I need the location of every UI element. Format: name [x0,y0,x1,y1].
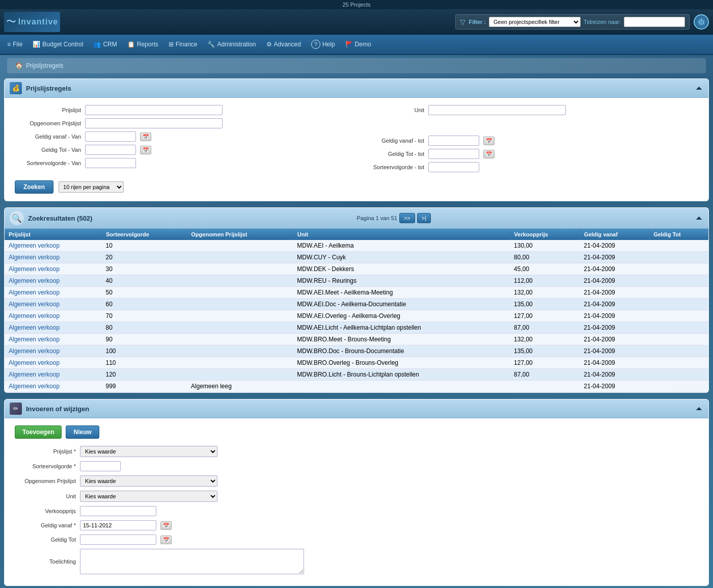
table-cell [187,334,293,345]
edit-sorteervolgorde-input[interactable] [80,461,121,471]
filter-select[interactable]: Geen projectspecifiek filter [489,17,581,27]
tidreizen-input[interactable] [624,17,685,27]
prijslijst-link[interactable]: Algemeen verkoop [9,242,60,249]
nav-item-demo[interactable]: 🚩 Demo [340,35,376,54]
geldig-tot-tot-label: Geldig Tot - tot [358,151,424,157]
edit-unit-label: Unit [15,493,76,499]
opgenomen-prijslijst-input[interactable] [85,118,223,128]
prijslijst-link[interactable]: Algemeen verkoop [9,348,60,355]
table-cell [649,252,708,263]
edit-verkoopprijs-label: Verkoopprijs [15,508,76,514]
prijslijst-link[interactable]: Algemeen verkoop [9,383,60,390]
prijslijst-link[interactable]: Algemeen verkoop [5,322,101,334]
edit-geldig-vanaf-input[interactable] [80,520,156,530]
geldig-tot-van-calendar-btn[interactable]: 📅 [140,146,151,154]
edit-opgenomen-prijslijst-select[interactable]: Kies waarde [80,475,217,487]
table-cell: MDW.BRO.Licht - Brouns-Lichtplan opstell… [293,369,510,381]
prijslijst-link[interactable]: Algemeen verkoop [9,289,60,296]
col-header-opgenomen-prijslijst: Opgenomen Prijslijst [187,229,293,240]
prijslijst-link[interactable]: Algemeen verkoop [9,359,60,366]
geldig-vanaf-tot-input[interactable] [428,136,479,146]
nav-item-crm[interactable]: 👥 CRM [88,35,122,54]
edit-unit-select[interactable]: Kies waarde [80,491,217,502]
rows-per-page-select[interactable]: 10 rijen per pagina 25 rijen per pagina … [59,181,124,193]
geldig-tot-van-input[interactable] [85,145,136,155]
geldig-vanaf-van-calendar-btn[interactable]: 📅 [140,132,151,141]
edit-geldig-tot-calendar-btn[interactable]: 📅 [160,536,172,544]
edit-section: ✏ Invoeren of wijzigen ⏶ Toevoegen Nieuw… [4,399,709,586]
prijslijst-link[interactable]: Algemeen verkoop [5,345,101,357]
edit-prijslijst-select[interactable]: Kies waarde Algemeen verkoop [80,446,217,457]
edit-verkoopprijs-input[interactable] [80,506,156,516]
table-cell: 135,00 [510,345,580,357]
power-button[interactable]: ⏻ [694,14,709,30]
prijslijst-link[interactable]: Algemeen verkoop [9,336,60,343]
prijslijst-link[interactable]: Algemeen verkoop [5,310,101,322]
unit-input[interactable] [428,105,566,115]
prijslijst-link[interactable]: Algemeen verkoop [5,299,101,310]
edit-collapse-btn[interactable]: ⏶ [695,404,703,413]
prijslijst-link[interactable]: Algemeen verkoop [9,254,60,261]
nav-item-file[interactable]: ≡ File [2,35,28,54]
sorteervolgorde-van-input[interactable] [85,158,136,168]
unit-label: Unit [358,107,424,113]
prijslijst-link[interactable]: Algemeen verkoop [5,252,101,263]
sorteervolgorde-tot-input[interactable] [428,162,479,172]
geldig-tot-tot-input[interactable] [428,149,479,159]
table-row: Algemeen verkoop30MDW.DEK - Dekkers45,00… [5,263,708,275]
table-cell: MDW.AEI.Meet - Aeilkema-Meeting [293,287,510,299]
search-section-header: 💰 Prijslijstregels ⏶ [5,79,708,98]
next-page-btn[interactable]: >> [399,213,415,223]
add-button[interactable]: Toevoegen [15,425,62,439]
edit-toelichting-textarea[interactable] [80,549,304,574]
table-cell: 21-04-2009 [580,299,649,310]
prijslijst-link[interactable]: Algemeen verkoop [9,277,60,284]
nav-item-finance[interactable]: ⊞ Finance [163,35,203,54]
table-cell: 30 [101,263,186,275]
nav-reports-label: Reports [137,41,158,48]
nav-item-help[interactable]: ? Help [306,35,340,54]
prijslijst-link[interactable]: Algemeen verkoop [5,287,101,299]
edit-geldig-tot-input[interactable] [80,534,156,545]
results-collapse-btn[interactable]: ⏶ [695,213,703,223]
prijslijst-link[interactable]: Algemeen verkoop [5,357,101,369]
table-cell [187,299,293,310]
nav-item-administration[interactable]: 🔧 Administration [202,35,261,54]
table-cell: 70 [101,310,186,322]
geldig-vanaf-van-input[interactable] [85,131,136,142]
prijslijst-link[interactable]: Algemeen verkoop [5,369,101,381]
prijslijst-link[interactable]: Algemeen verkoop [9,265,60,273]
prijslijst-link[interactable]: Algemeen verkoop [5,381,101,392]
table-cell: 21-04-2009 [580,322,649,334]
table-cell: MDW.AEI.Licht - Aeilkema-Lichtplan opste… [293,322,510,334]
table-cell: 127,00 [510,310,580,322]
prijslijst-input[interactable] [85,105,223,115]
last-page-btn[interactable]: >| [417,213,431,223]
table-cell: 110 [101,357,186,369]
prijslijst-link[interactable]: Algemeen verkoop [9,301,60,308]
nav-item-reports[interactable]: 📋 Reports [122,35,163,54]
nav-item-budget-control[interactable]: 📊 Budget Control [28,35,88,54]
demo-icon: 🚩 [345,41,353,48]
geldig-vanaf-tot-calendar-btn[interactable]: 📅 [483,137,495,145]
table-cell: 80 [101,322,186,334]
new-button[interactable]: Nieuw [66,425,99,439]
prijslijst-link[interactable]: Algemeen verkoop [5,240,101,252]
col-header-geldig-tot: Geldig Tot [649,229,708,240]
prijslijst-link[interactable]: Algemeen verkoop [5,263,101,275]
filter-bar: ▽ Filter : Geen projectspecifiek filter … [455,14,690,30]
search-collapse-btn[interactable]: ⏶ [695,84,703,93]
prijslijst-link[interactable]: Algemeen verkoop [5,334,101,345]
prijslijst-link[interactable]: Algemeen verkoop [9,312,60,319]
geldig-tot-tot-calendar-btn[interactable]: 📅 [483,150,495,158]
prijslijst-link[interactable]: Algemeen verkoop [9,324,60,331]
prijslijst-link[interactable]: Algemeen verkoop [5,275,101,287]
edit-sorteervolgorde-label: Sorteervolgorde * [15,463,76,469]
nav-item-advanced[interactable]: ⚙ Advanced [261,35,306,54]
search-button[interactable]: Zoeken [15,180,53,194]
table-cell [187,275,293,287]
prijslijst-link[interactable]: Algemeen verkoop [9,371,60,378]
results-icon: 🔍 [10,211,24,225]
table-cell: 132,00 [510,334,580,345]
edit-geldig-vanaf-calendar-btn[interactable]: 📅 [160,521,172,530]
